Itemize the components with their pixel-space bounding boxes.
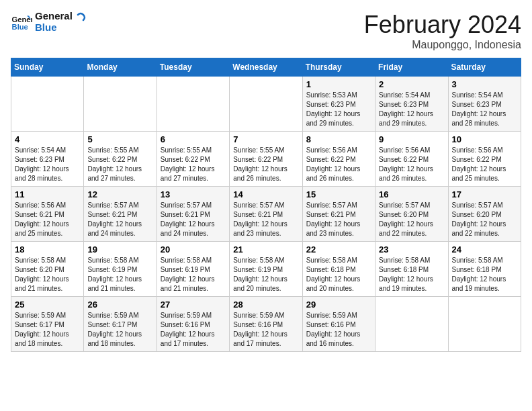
calendar-cell (11, 77, 84, 132)
weekday-header-sunday: Sunday (11, 58, 84, 77)
day-number: 17 (452, 189, 517, 199)
day-info: Sunrise: 5:57 AM Sunset: 6:20 PM Dayligh… (379, 201, 444, 238)
day-number: 28 (233, 300, 298, 310)
calendar-cell: 9Sunrise: 5:56 AM Sunset: 6:22 PM Daylig… (375, 132, 448, 187)
calendar-cell: 25Sunrise: 5:59 AM Sunset: 6:17 PM Dayli… (11, 297, 84, 352)
day-info: Sunrise: 5:59 AM Sunset: 6:16 PM Dayligh… (306, 311, 371, 349)
logo-icon: General Blue (11, 11, 32, 33)
weekday-header-saturday: Saturday (448, 58, 521, 77)
calendar-cell: 20Sunrise: 5:58 AM Sunset: 6:19 PM Dayli… (157, 242, 229, 297)
day-info: Sunrise: 5:57 AM Sunset: 6:21 PM Dayligh… (87, 201, 152, 238)
day-number: 13 (161, 189, 226, 199)
day-number: 23 (379, 244, 444, 255)
calendar-week-row: 18Sunrise: 5:58 AM Sunset: 6:20 PM Dayli… (11, 242, 521, 297)
calendar-cell: 28Sunrise: 5:59 AM Sunset: 6:16 PM Dayli… (230, 297, 302, 352)
calendar-cell: 11Sunrise: 5:56 AM Sunset: 6:21 PM Dayli… (11, 187, 84, 242)
day-number: 24 (452, 244, 517, 255)
weekday-header-tuesday: Tuesday (157, 58, 229, 77)
day-number: 6 (161, 134, 226, 144)
calendar-cell: 8Sunrise: 5:56 AM Sunset: 6:22 PM Daylig… (302, 132, 375, 187)
calendar-cell: 26Sunrise: 5:59 AM Sunset: 6:17 PM Dayli… (84, 297, 157, 352)
day-info: Sunrise: 5:58 AM Sunset: 6:19 PM Dayligh… (233, 256, 298, 293)
day-number: 11 (15, 189, 80, 199)
weekday-header-row: SundayMondayTuesdayWednesdayThursdayFrid… (11, 58, 521, 77)
calendar-cell: 3Sunrise: 5:54 AM Sunset: 6:23 PM Daylig… (448, 77, 521, 132)
day-info: Sunrise: 5:56 AM Sunset: 6:21 PM Dayligh… (15, 201, 80, 238)
calendar-cell: 17Sunrise: 5:57 AM Sunset: 6:20 PM Dayli… (448, 187, 521, 242)
calendar-cell: 2Sunrise: 5:54 AM Sunset: 6:23 PM Daylig… (375, 77, 448, 132)
day-number: 3 (452, 79, 517, 89)
day-number: 22 (306, 244, 371, 255)
calendar-cell (448, 297, 521, 352)
calendar-cell: 12Sunrise: 5:57 AM Sunset: 6:21 PM Dayli… (84, 187, 157, 242)
day-info: Sunrise: 5:55 AM Sunset: 6:22 PM Dayligh… (161, 146, 226, 183)
calendar-cell: 6Sunrise: 5:55 AM Sunset: 6:22 PM Daylig… (157, 132, 229, 187)
calendar-cell (84, 77, 157, 132)
calendar-cell: 21Sunrise: 5:58 AM Sunset: 6:19 PM Dayli… (230, 242, 302, 297)
day-info: Sunrise: 5:58 AM Sunset: 6:20 PM Dayligh… (15, 256, 80, 293)
day-info: Sunrise: 5:58 AM Sunset: 6:19 PM Dayligh… (161, 256, 226, 293)
day-info: Sunrise: 5:59 AM Sunset: 6:16 PM Dayligh… (161, 311, 226, 349)
calendar-cell: 10Sunrise: 5:56 AM Sunset: 6:22 PM Dayli… (448, 132, 521, 187)
weekday-header-friday: Friday (375, 58, 448, 77)
day-number: 27 (161, 300, 226, 310)
day-info: Sunrise: 5:54 AM Sunset: 6:23 PM Dayligh… (452, 91, 517, 128)
day-number: 19 (87, 244, 152, 255)
day-number: 26 (87, 300, 152, 310)
calendar-cell: 19Sunrise: 5:58 AM Sunset: 6:19 PM Dayli… (84, 242, 157, 297)
day-number: 9 (379, 134, 444, 144)
day-number: 8 (306, 134, 371, 144)
day-info: Sunrise: 5:54 AM Sunset: 6:23 PM Dayligh… (15, 146, 80, 183)
logo-blue: Blue (35, 22, 73, 34)
day-info: Sunrise: 5:59 AM Sunset: 6:17 PM Dayligh… (15, 311, 80, 349)
day-info: Sunrise: 5:57 AM Sunset: 6:20 PM Dayligh… (452, 201, 517, 238)
day-number: 4 (15, 134, 80, 144)
calendar-cell: 14Sunrise: 5:57 AM Sunset: 6:21 PM Dayli… (230, 187, 302, 242)
day-number: 1 (306, 79, 371, 89)
title-area: February 2024 Mauponggo, Indonesia (364, 11, 521, 51)
day-number: 12 (87, 189, 152, 199)
calendar-cell: 7Sunrise: 5:55 AM Sunset: 6:22 PM Daylig… (230, 132, 302, 187)
calendar-cell: 16Sunrise: 5:57 AM Sunset: 6:20 PM Dayli… (375, 187, 448, 242)
day-number: 21 (233, 244, 298, 255)
day-info: Sunrise: 5:56 AM Sunset: 6:22 PM Dayligh… (379, 146, 444, 183)
calendar-cell: 15Sunrise: 5:57 AM Sunset: 6:21 PM Dayli… (302, 187, 375, 242)
day-info: Sunrise: 5:58 AM Sunset: 6:18 PM Dayligh… (379, 256, 444, 293)
calendar-week-row: 25Sunrise: 5:59 AM Sunset: 6:17 PM Dayli… (11, 297, 521, 352)
day-number: 20 (161, 244, 226, 255)
location-title: Mauponggo, Indonesia (364, 39, 521, 51)
calendar-cell: 4Sunrise: 5:54 AM Sunset: 6:23 PM Daylig… (11, 132, 84, 187)
weekday-header-monday: Monday (84, 58, 157, 77)
calendar-cell: 18Sunrise: 5:58 AM Sunset: 6:20 PM Dayli… (11, 242, 84, 297)
day-number: 15 (306, 189, 371, 199)
calendar-cell: 23Sunrise: 5:58 AM Sunset: 6:18 PM Dayli… (375, 242, 448, 297)
day-number: 5 (87, 134, 152, 144)
day-number: 2 (379, 79, 444, 89)
day-info: Sunrise: 5:56 AM Sunset: 6:22 PM Dayligh… (306, 146, 371, 183)
day-info: Sunrise: 5:58 AM Sunset: 6:19 PM Dayligh… (87, 256, 152, 293)
day-info: Sunrise: 5:56 AM Sunset: 6:22 PM Dayligh… (452, 146, 517, 183)
calendar-cell: 22Sunrise: 5:58 AM Sunset: 6:18 PM Dayli… (302, 242, 375, 297)
day-info: Sunrise: 5:57 AM Sunset: 6:21 PM Dayligh… (306, 201, 371, 238)
header: General Blue General Blue February 2024 … (11, 11, 521, 51)
day-info: Sunrise: 5:57 AM Sunset: 6:21 PM Dayligh… (233, 201, 298, 238)
day-info: Sunrise: 5:53 AM Sunset: 6:23 PM Dayligh… (306, 91, 371, 128)
logo-general: General (35, 11, 73, 22)
day-number: 16 (379, 189, 444, 199)
svg-text:Blue: Blue (12, 23, 28, 31)
month-title: February 2024 (364, 11, 521, 39)
calendar-cell (375, 297, 448, 352)
day-info: Sunrise: 5:57 AM Sunset: 6:21 PM Dayligh… (161, 201, 226, 238)
day-info: Sunrise: 5:55 AM Sunset: 6:22 PM Dayligh… (233, 146, 298, 183)
day-number: 14 (233, 189, 298, 199)
calendar-cell: 1Sunrise: 5:53 AM Sunset: 6:23 PM Daylig… (302, 77, 375, 132)
day-number: 7 (233, 134, 298, 144)
logo-wave-icon (71, 12, 86, 27)
day-number: 25 (15, 300, 80, 310)
calendar-cell: 24Sunrise: 5:58 AM Sunset: 6:18 PM Dayli… (448, 242, 521, 297)
day-info: Sunrise: 5:55 AM Sunset: 6:22 PM Dayligh… (87, 146, 152, 183)
day-info: Sunrise: 5:58 AM Sunset: 6:18 PM Dayligh… (452, 256, 517, 293)
day-info: Sunrise: 5:54 AM Sunset: 6:23 PM Dayligh… (379, 91, 444, 128)
day-number: 18 (15, 244, 80, 255)
logo: General Blue General Blue (11, 11, 86, 33)
